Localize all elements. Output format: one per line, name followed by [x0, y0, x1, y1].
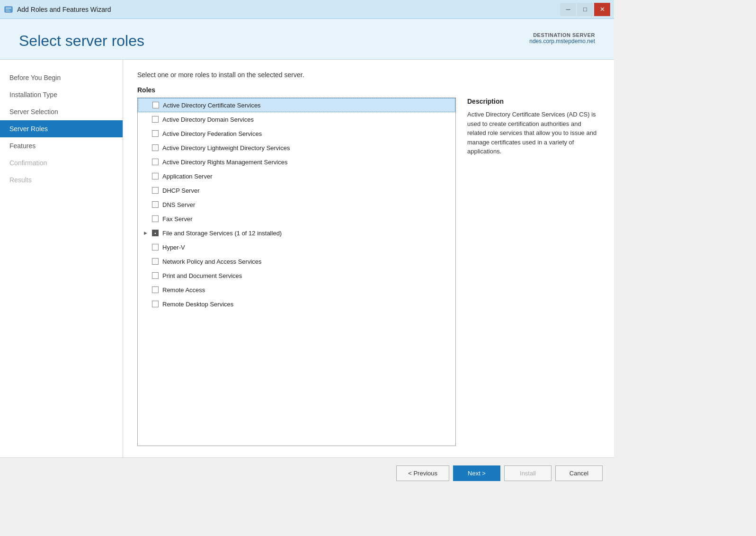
- previous-button[interactable]: < Previous: [396, 465, 449, 481]
- destination-name: ndes.corp.mstepdemo.net: [529, 38, 595, 45]
- sidebar-item-installation-type[interactable]: Installation Type: [0, 86, 123, 103]
- destination-server-info: DESTINATION SERVER ndes.corp.mstepdemo.n…: [529, 32, 595, 45]
- sidebar-item-features[interactable]: Features: [0, 137, 123, 154]
- role-item-dns[interactable]: DNS Server: [138, 197, 455, 212]
- role-checkbox-dhcp[interactable]: [152, 187, 159, 194]
- role-label-ad-lightweight: Active Directory Lightweight Directory S…: [162, 144, 290, 152]
- role-checkbox-ad-cert[interactable]: [152, 102, 159, 108]
- role-checkbox-remote-desktop[interactable]: [152, 301, 159, 307]
- body-area: Before You BeginInstallation TypeServer …: [0, 60, 614, 457]
- description-text: Active Directory Certificate Services (A…: [467, 110, 600, 156]
- description-title: Description: [467, 98, 600, 105]
- app-icon: [4, 5, 13, 14]
- role-item-network-policy[interactable]: Network Policy and Access Services: [138, 254, 455, 268]
- role-checkbox-ad-federation[interactable]: [152, 130, 159, 137]
- content-description: Select one or more roles to install on t…: [137, 71, 600, 79]
- role-label-app-server: Application Server: [162, 173, 213, 180]
- title-bar: Add Roles and Features Wizard ─ □ ✕: [0, 0, 614, 19]
- role-checkbox-dns[interactable]: [152, 201, 159, 208]
- role-label-remote-access: Remote Access: [162, 286, 205, 294]
- minimize-button[interactable]: ─: [560, 3, 576, 16]
- role-checkbox-network-policy[interactable]: [152, 258, 159, 265]
- role-item-file-storage[interactable]: ▶▪File and Storage Services (1 of 12 ins…: [138, 226, 455, 240]
- role-item-hyper-v[interactable]: Hyper-V: [138, 240, 455, 254]
- svg-rect-2: [6, 9, 9, 10]
- window-controls: ─ □ ✕: [560, 3, 610, 16]
- sidebar-item-results: Results: [0, 171, 123, 188]
- role-item-print-doc[interactable]: Print and Document Services: [138, 268, 455, 283]
- role-item-ad-rights[interactable]: Active Directory Rights Management Servi…: [138, 155, 455, 169]
- sidebar-item-before-you-begin[interactable]: Before You Begin: [0, 69, 123, 86]
- description-panel: Description Active Directory Certificate…: [467, 86, 600, 446]
- role-label-ad-federation: Active Directory Federation Services: [162, 130, 262, 137]
- role-label-dns: DNS Server: [162, 201, 195, 208]
- content-area: Select one or more roles to install on t…: [123, 60, 614, 457]
- role-checkbox-file-storage[interactable]: ▪: [152, 230, 159, 236]
- close-button[interactable]: ✕: [594, 3, 610, 16]
- roles-list-container[interactable]: Active Directory Certificate ServicesAct…: [137, 98, 456, 446]
- content-body: Roles Active Directory Certificate Servi…: [137, 86, 600, 446]
- role-label-ad-rights: Active Directory Rights Management Servi…: [162, 159, 287, 166]
- sidebar-item-server-roles[interactable]: Server Roles: [0, 120, 123, 137]
- role-checkbox-fax[interactable]: [152, 215, 159, 222]
- role-label-hyper-v: Hyper-V: [162, 244, 185, 251]
- role-checkbox-remote-access[interactable]: [152, 286, 159, 293]
- role-label-dhcp: DHCP Server: [162, 187, 200, 194]
- expand-arrow-file-storage[interactable]: ▶: [142, 230, 148, 236]
- sidebar-item-server-selection[interactable]: Server Selection: [0, 103, 123, 120]
- role-label-ad-domain: Active Directory Domain Services: [162, 116, 254, 123]
- maximize-button[interactable]: □: [577, 3, 593, 16]
- role-label-print-doc: Print and Document Services: [162, 272, 242, 279]
- footer: < Previous Next > Install Cancel: [0, 457, 614, 489]
- window-title: Add Roles and Features Wizard: [17, 6, 111, 13]
- role-checkbox-ad-rights[interactable]: [152, 159, 159, 165]
- page-title: Select server roles: [19, 32, 144, 50]
- role-label-remote-desktop: Remote Desktop Services: [162, 301, 233, 308]
- cancel-button[interactable]: Cancel: [555, 465, 603, 481]
- role-label-network-policy: Network Policy and Access Services: [162, 258, 262, 265]
- role-item-remote-desktop[interactable]: Remote Desktop Services: [138, 297, 455, 311]
- role-checkbox-app-server[interactable]: [152, 173, 159, 179]
- roles-label: Roles: [137, 86, 456, 94]
- sidebar: Before You BeginInstallation TypeServer …: [0, 60, 123, 457]
- role-checkbox-ad-domain[interactable]: [152, 116, 159, 123]
- role-item-ad-lightweight[interactable]: Active Directory Lightweight Directory S…: [138, 141, 455, 155]
- sidebar-item-confirmation: Confirmation: [0, 154, 123, 171]
- role-item-remote-access[interactable]: Remote Access: [138, 283, 455, 297]
- next-button[interactable]: Next >: [453, 465, 500, 481]
- role-item-ad-cert[interactable]: Active Directory Certificate Services: [138, 98, 455, 112]
- role-checkbox-ad-lightweight[interactable]: [152, 144, 159, 151]
- role-item-ad-federation[interactable]: Active Directory Federation Services: [138, 126, 455, 141]
- role-item-fax[interactable]: Fax Server: [138, 212, 455, 226]
- header-area: Select server roles DESTINATION SERVER n…: [0, 19, 614, 60]
- title-bar-left: Add Roles and Features Wizard: [4, 5, 111, 14]
- role-label-file-storage: File and Storage Services (1 of 12 insta…: [162, 230, 282, 237]
- svg-rect-1: [6, 8, 11, 9]
- role-label-fax: Fax Server: [162, 215, 193, 223]
- roles-list: Active Directory Certificate ServicesAct…: [138, 98, 455, 311]
- role-item-dhcp[interactable]: DHCP Server: [138, 183, 455, 197]
- role-label-ad-cert: Active Directory Certificate Services: [163, 102, 261, 109]
- role-item-app-server[interactable]: Application Server: [138, 169, 455, 183]
- destination-label: DESTINATION SERVER: [529, 32, 595, 38]
- role-item-ad-domain[interactable]: Active Directory Domain Services: [138, 112, 455, 126]
- role-checkbox-print-doc[interactable]: [152, 272, 159, 279]
- main-content: Select server roles DESTINATION SERVER n…: [0, 19, 614, 457]
- svg-rect-3: [6, 11, 10, 12]
- role-checkbox-hyper-v[interactable]: [152, 244, 159, 250]
- install-button[interactable]: Install: [504, 465, 551, 481]
- roles-panel: Roles Active Directory Certificate Servi…: [137, 86, 456, 446]
